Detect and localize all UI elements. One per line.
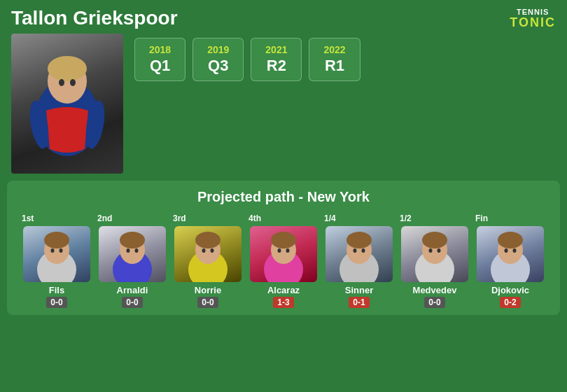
badge-year: 2018 — [149, 44, 171, 55]
round-label: 1/4 — [324, 214, 336, 223]
badge-round: R2 — [265, 57, 287, 75]
player-card-name: Medvedev — [413, 285, 457, 295]
svg-point-30 — [354, 248, 357, 253]
player-card-name: Arnaldi — [117, 285, 148, 295]
player-avatar — [401, 226, 468, 282]
player-card-score: 0-0 — [122, 297, 142, 308]
year-badge: 2022 R1 — [309, 38, 360, 81]
svg-point-34 — [422, 232, 447, 248]
svg-point-19 — [195, 232, 220, 248]
player-card-score: 0-0 — [424, 297, 444, 308]
round-label: 2nd — [97, 214, 112, 223]
svg-point-24 — [271, 232, 296, 248]
svg-point-20 — [202, 248, 206, 253]
svg-point-4 — [70, 79, 76, 86]
player-card: 3rd Norrie 0-0 — [173, 214, 243, 308]
player-card: 2nd Arnaldi 0-0 — [97, 214, 167, 308]
badge-year: 2019 — [207, 44, 229, 55]
player-card: 1/4 Sinner 0-1 — [324, 214, 394, 308]
player-avatar — [250, 226, 317, 282]
badge-year: 2021 — [265, 44, 287, 55]
round-label: 3rd — [173, 214, 186, 223]
svg-point-35 — [429, 248, 433, 253]
svg-point-2 — [48, 56, 87, 81]
projected-section: Projected path - New York 1st Fils 0-0 — [7, 181, 560, 315]
player-card: 1/2 Medvedev 0-0 — [400, 214, 470, 308]
player-card-score: 0-1 — [349, 297, 369, 308]
round-label: Fin — [475, 214, 488, 223]
svg-point-9 — [44, 232, 69, 248]
svg-point-3 — [59, 79, 64, 86]
svg-point-26 — [286, 248, 290, 253]
round-label: 4th — [248, 214, 261, 223]
player-card-name: Fils — [49, 285, 64, 295]
projected-title: Projected path - New York — [14, 189, 553, 205]
svg-point-15 — [127, 248, 130, 253]
player-card-name: Norrie — [195, 285, 221, 295]
player-card-score: 0-0 — [46, 297, 66, 308]
svg-point-36 — [438, 248, 441, 253]
logo: TENNIS TONIC — [510, 8, 556, 29]
player-photo — [11, 34, 123, 174]
year-badge: 2021 R2 — [251, 38, 302, 81]
svg-point-40 — [505, 248, 508, 253]
badge-year: 2022 — [323, 44, 345, 55]
player-avatar — [477, 226, 544, 282]
player-card-score: 1-3 — [273, 297, 293, 308]
svg-point-39 — [498, 232, 523, 248]
badge-round: Q1 — [149, 57, 171, 75]
round-label: 1/2 — [400, 214, 412, 223]
svg-point-41 — [513, 248, 517, 253]
player-card-score: 0-0 — [197, 297, 218, 308]
header: Tallon Griekspoor TENNIS TONIC — [0, 0, 567, 34]
svg-point-14 — [120, 232, 145, 248]
logo-tonic: TONIC — [510, 16, 556, 29]
svg-point-10 — [51, 248, 55, 253]
player-card-name: Alcaraz — [267, 285, 300, 295]
player-avatar — [23, 226, 90, 282]
player-card-name: Sinner — [345, 285, 373, 295]
svg-point-25 — [278, 248, 281, 253]
player-avatar — [174, 226, 241, 282]
player-avatar — [99, 226, 166, 282]
player-card: Fin Djokovic 0-2 — [475, 214, 545, 308]
projected-players: 1st Fils 0-0 2nd — [14, 214, 553, 308]
round-label: 1st — [22, 214, 34, 223]
year-badge: 2019 Q3 — [192, 38, 244, 81]
player-card-name: Djokovic — [491, 285, 529, 295]
svg-point-31 — [362, 248, 365, 253]
badge-round: R1 — [323, 57, 345, 75]
svg-point-29 — [346, 232, 372, 248]
svg-point-16 — [135, 248, 139, 253]
year-badge: 2018 Q1 — [134, 38, 186, 81]
badge-round: Q3 — [207, 57, 229, 75]
year-badges: 2018 Q1 2019 Q3 2021 R2 2022 R1 — [134, 34, 360, 174]
svg-point-21 — [211, 248, 214, 253]
top-section: 2018 Q1 2019 Q3 2021 R2 2022 R1 — [0, 34, 567, 181]
player-avatar — [326, 226, 393, 282]
player-card-score: 0-2 — [500, 297, 520, 308]
player-card: 1st Fils 0-0 — [22, 214, 92, 308]
player-name: Tallon Griekspoor — [11, 7, 178, 29]
svg-point-11 — [59, 248, 63, 253]
player-card: 4th Alcaraz 1-3 — [248, 214, 318, 308]
